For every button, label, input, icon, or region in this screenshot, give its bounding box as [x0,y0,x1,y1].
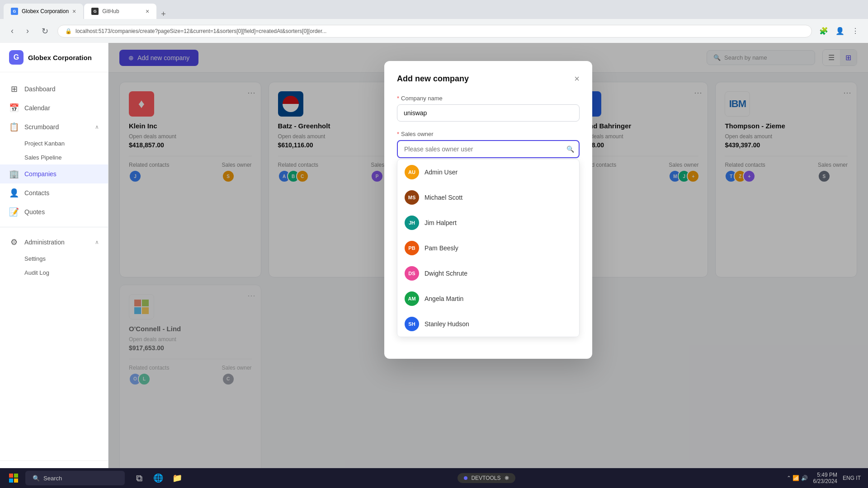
extensions-button[interactable]: 🧩 [817,25,830,37]
user-name: Michael Scott [425,194,462,201]
clock: 5:49 PM 6/23/2024 [813,472,837,484]
tab-close-button[interactable]: × [72,8,76,15]
sidebar-item-dashboard[interactable]: ⊞ Dashboard [0,80,108,99]
modal-overlay: Add new company × * Company name * Sales… [108,43,868,488]
address-bar[interactable]: 🔒 localhost:5173/companies/create?pageSi… [57,25,812,38]
svg-rect-2 [9,479,13,483]
browser-chrome: G Globex Corporation × G GitHub × + ‹ › … [0,0,868,43]
dropdown-item-pam[interactable]: PB Pam Beesly [397,235,579,261]
sales-owner-dropdown: AU Admin User MS Michael Scott JH Jim Ha… [397,159,580,337]
tab-label: Globex Corporation [22,8,69,14]
administration-icon: ⚙ [9,237,19,247]
dropdown-item-dwight[interactable]: DS Dwight Schrute [397,261,579,286]
user-avatar-michael: MS [405,190,419,205]
sidebar-nav: ⊞ Dashboard 📅 Calendar 📋 Scrumboard ∧ Pr… [0,72,108,460]
tab-close-button-2[interactable]: × [146,8,149,15]
url-text: localhost:5173/companies/create?pageSize… [75,28,326,34]
user-avatar-jim: JH [405,216,419,230]
sidebar-item-settings[interactable]: Settings [0,252,108,266]
refresh-button[interactable]: ↻ [38,24,52,38]
windows-icon [9,474,18,483]
sidebar-item-label: Companies [24,170,57,178]
back-button[interactable]: ‹ [7,24,17,38]
dropdown-item-angela[interactable]: AM Angela Martin [397,286,579,311]
taskbar-task-view[interactable]: ⧉ [130,470,148,486]
user-avatar-pam: PB [405,241,419,255]
active-tab[interactable]: G Globex Corporation × [4,4,83,19]
sidebar-item-label: Calendar [24,104,50,112]
sidebar-item-sales-pipeline[interactable]: Sales Pipeline [0,150,108,164]
required-star-2: * [397,131,399,137]
svg-rect-1 [14,474,18,478]
taskbar: 🔍 Search ⧉ 🌐 📁 DEVTOOLS ❋ ⌃ 📶 🔊 5:49 PM … [0,468,868,488]
user-name: Jim Halpert [425,219,457,226]
required-star: * [397,95,399,102]
user-avatar-angela: AM [405,291,419,306]
taskbar-browser[interactable]: 🌐 [149,470,167,486]
time: 5:49 PM [813,472,837,478]
app-container: G Globex Corporation ⊞ Dashboard 📅 Calen… [0,43,868,488]
devtools-arrow: ❋ [505,475,509,481]
dropdown-item-jim[interactable]: JH Jim Halpert [397,210,579,235]
sidebar-item-companies[interactable]: 🏢 Companies [0,164,108,183]
sidebar-item-audit-log[interactable]: Audit Log [0,266,108,280]
sidebar-item-calendar[interactable]: 📅 Calendar [0,99,108,117]
sales-owner-group: * Sales owner 🔍 AU Admin User [397,131,580,337]
devtools-label: DEVTOOLS [471,475,500,481]
taskbar-explorer[interactable]: 📁 [168,470,186,486]
company-name-group: * Company name [397,95,580,122]
add-company-modal: Add new company × * Company name * Sales… [384,61,592,359]
sidebar-item-scrumboard[interactable]: 📋 Scrumboard ∧ [0,117,108,136]
dropdown-item-stanley[interactable]: SH Stanley Hudson [397,311,579,337]
sidebar-item-contacts[interactable]: 👤 Contacts [0,183,108,202]
menu-button[interactable]: ⋮ [850,25,861,37]
dashboard-icon: ⊞ [9,84,19,94]
company-name-label: * Company name [397,95,580,102]
sidebar-item-label: Scrumboard [24,123,59,131]
dropdown-item-michael[interactable]: MS Michael Scott [397,185,579,210]
logo-letter: G [14,53,19,61]
contacts-icon: 👤 [9,188,19,198]
dropdown-item-admin[interactable]: AU Admin User [397,160,579,185]
other-tab[interactable]: G GitHub × [84,4,156,19]
app-logo: G [9,50,24,65]
taskbar-search[interactable]: 🔍 Search [25,471,125,485]
sidebar-item-label: Contacts [24,189,49,197]
sales-owner-label-text: Sales owner [401,131,434,137]
companies-icon: 🏢 [9,169,19,179]
new-tab-button[interactable]: + [157,9,170,19]
sales-owner-label: * Sales owner [397,131,580,137]
sidebar-subitem-label: Audit Log [24,269,49,276]
calendar-icon: 📅 [9,103,19,113]
start-button[interactable] [4,470,24,486]
app-name: Globex Corporation [28,54,92,61]
sales-owner-input[interactable] [397,140,580,158]
sidebar-item-label: Administration [24,239,65,246]
sidebar-item-project-kanban[interactable]: Project Kanban [0,136,108,150]
locale: ENG IT [843,475,861,481]
forward-button[interactable]: › [23,24,33,38]
main-content: ⊕ Add new company 🔍 Search by name ☰ ⊞ ⋯… [108,43,868,488]
chevron-up-icon: ∧ [95,124,99,130]
browser-actions: 🧩 👤 ⋮ [817,25,861,37]
sales-owner-search-wrapper: 🔍 [397,140,580,158]
profile-button[interactable]: 👤 [834,25,846,37]
sidebar: G Globex Corporation ⊞ Dashboard 📅 Calen… [0,43,108,488]
sidebar-item-quotes[interactable]: 📝 Quotes [0,202,108,221]
sidebar-item-label: Dashboard [24,85,56,93]
taskbar-search-icon: 🔍 [33,475,40,482]
svg-rect-0 [9,474,13,478]
chevron-up-icon-admin: ∧ [95,239,99,245]
devtools-dot [464,476,467,480]
sidebar-header: G Globex Corporation [0,43,108,72]
modal-close-button[interactable]: × [574,74,580,84]
system-icons: ⌃ 📶 🔊 [787,475,808,481]
user-avatar-dwight: DS [405,266,419,281]
svg-rect-3 [14,479,18,483]
tab-label-2: GitHub [102,8,119,14]
quotes-icon: 📝 [9,207,19,217]
sidebar-item-label: Quotes [24,208,45,216]
taskbar-search-label: Search [43,475,62,482]
sidebar-item-administration[interactable]: ⚙ Administration ∧ [0,233,108,252]
company-name-input[interactable] [397,104,580,122]
